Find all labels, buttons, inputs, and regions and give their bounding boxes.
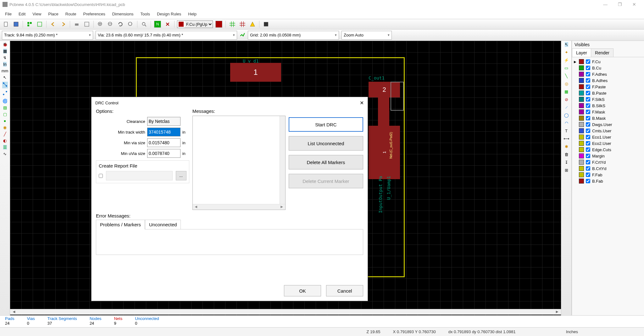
layer-row[interactable]: B.Cu [573, 65, 643, 71]
layer-row[interactable]: F.Paste [573, 84, 643, 90]
layer-swatch-icon[interactable] [579, 128, 584, 133]
plot-icon[interactable] [83, 20, 91, 28]
tab-render[interactable]: Render [591, 48, 613, 57]
layer-swatch-icon[interactable] [579, 65, 584, 70]
close-window-button[interactable]: ✕ [627, 2, 641, 7]
layer-row[interactable]: B.CrtYd [573, 165, 643, 172]
pad-fill-icon[interactable]: ● [4, 118, 6, 123]
layer-visible-checkbox[interactable] [586, 116, 590, 120]
layer-row[interactable]: Margin [573, 153, 643, 159]
zone-outline-icon[interactable]: ▢ [3, 112, 7, 117]
layer-row[interactable]: F.CrtYd [573, 159, 643, 165]
menu-place[interactable]: Place [45, 10, 62, 18]
new-icon[interactable] [2, 20, 10, 28]
layer-visible-checkbox[interactable] [586, 103, 590, 108]
messages-box[interactable]: ◄► [192, 116, 286, 210]
add-arc-icon[interactable]: ◠ [565, 121, 568, 125]
layer-row[interactable]: ▶F.Cu [573, 58, 643, 65]
keepout-icon[interactable]: ⊘ [565, 97, 568, 102]
layer-swatch-icon[interactable] [579, 103, 584, 108]
add-module-icon[interactable]: ▭ [564, 66, 568, 70]
add-text-icon[interactable]: T [565, 129, 568, 133]
browse-button[interactable]: ... [176, 171, 186, 180]
menu-route[interactable]: Route [62, 10, 80, 18]
layer-visible-checkbox[interactable] [586, 160, 590, 164]
warning-icon[interactable] [248, 20, 257, 28]
offset-icon[interactable]: ↧ [565, 160, 568, 165]
error-list[interactable] [96, 229, 363, 255]
save-icon[interactable] [12, 20, 20, 28]
add-circle-icon[interactable]: ◯ [564, 113, 569, 118]
redo-icon[interactable] [59, 20, 67, 28]
layer-row[interactable]: Edge.Cuts [573, 146, 643, 153]
layer-swatch-icon[interactable] [579, 160, 584, 165]
layer-visible-checkbox[interactable] [586, 129, 590, 133]
layer-swatch-icon[interactable] [579, 147, 584, 152]
menu-edit[interactable]: Edit [15, 10, 29, 18]
grid-red-icon[interactable] [238, 20, 247, 28]
layer-visible-checkbox[interactable] [586, 179, 590, 183]
layer-visible-checkbox[interactable] [586, 85, 590, 89]
zoom-in-icon[interactable] [96, 20, 104, 28]
layer-row[interactable]: B.Paste [573, 90, 643, 96]
layer-row[interactable]: F.Adhes [573, 71, 643, 77]
create-report-checkbox[interactable] [99, 174, 103, 178]
via-fill-icon[interactable]: ◉ [3, 125, 7, 130]
layer-swatch-icon[interactable] [579, 122, 584, 127]
route-track-icon[interactable]: ╲ [565, 74, 568, 78]
layer-row[interactable]: F.SilkS [573, 96, 643, 102]
highlight-net-icon[interactable]: ✦ [565, 50, 568, 55]
msg-h-scrollbar[interactable]: ◄► [193, 204, 285, 210]
script-icon[interactable] [262, 20, 270, 28]
layer-swatch-icon[interactable] [579, 59, 584, 64]
min-uvia-size-field[interactable] [147, 149, 180, 158]
grid-green-icon[interactable] [228, 20, 236, 28]
ratsnest-icon[interactable] [2, 82, 8, 88]
layer-visible-checkbox[interactable] [586, 141, 590, 146]
layer-dropdown[interactable]: F.Cu (PgUp [185, 21, 213, 28]
zoom-dropdown[interactable]: Zoom Auto [341, 31, 392, 40]
autodel-icon[interactable]: 🌀 [3, 99, 8, 103]
layer-visible-checkbox[interactable] [586, 154, 590, 158]
layer-pair-icon[interactable] [215, 20, 223, 28]
layer-swatch-icon[interactable] [579, 84, 584, 89]
layer-row[interactable]: B.Fab [573, 178, 643, 184]
add-via-icon[interactable]: ◎ [565, 81, 568, 86]
layer-swatch-icon[interactable] [579, 78, 584, 83]
drc-icon[interactable] [164, 20, 172, 28]
tab-problems-markers[interactable]: Problems / Markers [96, 220, 145, 229]
layer-visible-checkbox[interactable] [586, 166, 590, 171]
layer-swatch-icon[interactable] [579, 109, 584, 114]
layer-visible-checkbox[interactable] [586, 135, 590, 139]
netlist-icon[interactable]: N [153, 20, 162, 28]
layer-visible-checkbox[interactable] [586, 173, 590, 177]
menu-file[interactable]: File [2, 10, 15, 18]
menu-preferences[interactable]: Preferences [80, 10, 108, 18]
mwave-icon[interactable]: ∿ [3, 151, 7, 156]
layers-mgr-icon[interactable]: ☰ [3, 145, 7, 150]
tab-layer[interactable]: Layer [572, 48, 591, 57]
grid-origin-icon[interactable]: ⊞ [565, 168, 568, 173]
track-width-dropdown[interactable]: Track: 9.84 mils (0.250 mm) * [2, 31, 93, 40]
contrast-icon[interactable]: ◐ [3, 138, 7, 143]
min-via-size-field[interactable] [147, 138, 180, 147]
layer-selector[interactable]: F.Cu (PgUp [177, 20, 213, 28]
undo-icon[interactable] [49, 20, 57, 28]
polar-icon[interactable]: ↯ [3, 55, 7, 60]
via-size-dropdown[interactable]: Via: 23.6 mils (0.60 mm)/ 15.7 mils (0.4… [96, 31, 237, 40]
ratsnest2-icon[interactable] [2, 90, 8, 97]
find-icon[interactable] [140, 20, 148, 28]
layer-swatch-icon[interactable] [579, 135, 584, 140]
zoom-out-icon[interactable] [106, 20, 114, 28]
layer-row[interactable]: B.Adhes [573, 77, 643, 84]
layer-swatch-icon[interactable] [579, 179, 584, 184]
refresh-icon[interactable] [116, 20, 125, 28]
start-drc-button[interactable]: Start DRC [289, 117, 363, 132]
layer-visible-checkbox[interactable] [586, 66, 590, 70]
menu-view[interactable]: View [29, 10, 44, 18]
layer-swatch-icon[interactable] [579, 153, 584, 158]
grid-dropdown[interactable]: Grid: 2.00 mils (0.0508 mm) [248, 31, 339, 40]
layer-row[interactable]: F.Mask [573, 109, 643, 115]
layer-swatch-icon[interactable] [579, 141, 584, 146]
dimension-icon[interactable]: ⟷ [564, 136, 569, 141]
